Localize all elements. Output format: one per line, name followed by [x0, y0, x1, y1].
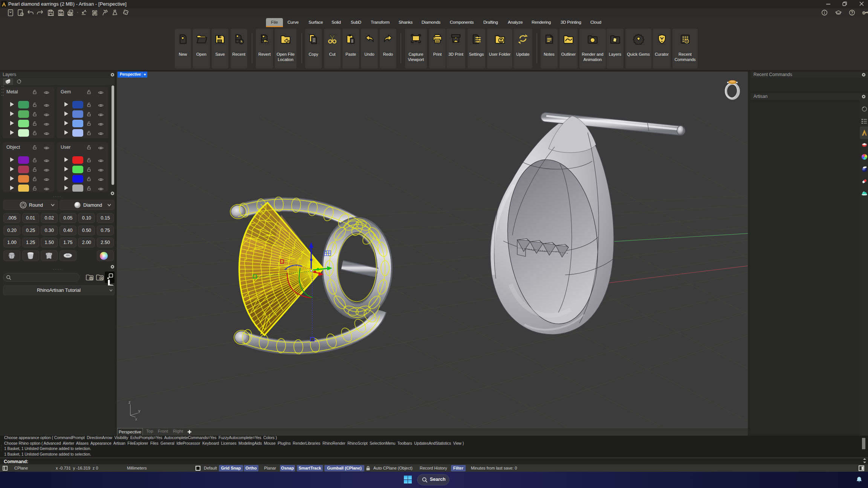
svg-text:z: z — [128, 400, 131, 404]
svg-text:x: x — [135, 417, 137, 421]
svg-text:y: y — [138, 409, 141, 413]
